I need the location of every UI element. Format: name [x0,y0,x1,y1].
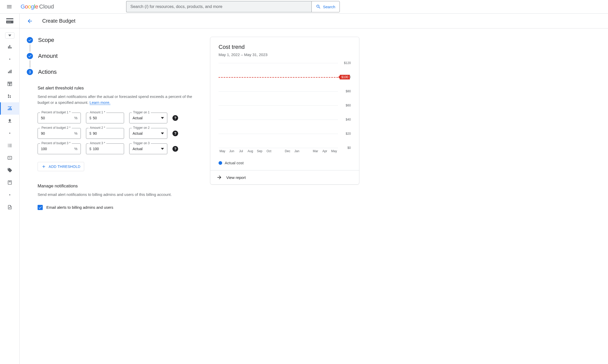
percent-input[interactable]: 90 % [38,128,81,139]
percent-value: 50 [41,116,45,120]
svg-rect-21 [9,144,12,144]
menu-button[interactable] [3,1,15,13]
trigger-value: Actual [133,147,143,151]
sidebar-item-3[interactable] [0,65,20,78]
sidebar-item-13[interactable] [0,189,20,201]
trigger-value: Actual [133,116,143,120]
svg-rect-13 [10,95,11,96]
percent-field: Percent of budget 2 * 90 % [38,128,81,139]
help-icon[interactable]: ? [172,115,178,121]
stacked-bar-icon [7,94,12,99]
chevron-down-icon [161,132,164,135]
sidebar-item-7[interactable] [0,115,20,127]
add-threshold-button[interactable]: ADD THRESHOLD [38,162,84,171]
back-button[interactable] [25,16,35,26]
sidebar-item-9[interactable] [0,139,20,152]
email-alerts-checkbox-row: Email alerts to billing admins and users [38,205,200,210]
sidebar-item-8[interactable] [0,127,20,139]
svg-rect-3 [8,22,9,22]
add-threshold-label: ADD THRESHOLD [49,165,80,169]
cost-trend-chart: $120$100$80$60$40$20$0 $100 MayJunJulAug… [219,63,351,156]
legend-label: Actual cost [225,161,244,165]
step-scope[interactable]: Scope [27,37,200,43]
sidebar-item-1[interactable] [0,41,20,53]
svg-rect-2 [7,22,8,22]
sidebar-item-4[interactable] [0,78,20,90]
percent-value: 90 [41,131,45,135]
learn-more-link[interactable]: Learn more. [90,100,110,105]
amount-field: Amount 3 * $ 100 [86,143,124,154]
dollar-prefix: $ [89,116,91,120]
sidebar: % [0,14,20,364]
billing-icon[interactable] [3,14,17,28]
step-label: Amount [38,53,58,59]
step-label: Actions [38,69,57,75]
section-desc: Send email alert notifications to billin… [38,192,200,198]
bar-chart-icon [7,44,12,49]
budget-icon [7,106,12,111]
check-icon [38,205,42,210]
field-label: Percent of budget 1 * [40,111,72,114]
trigger-select[interactable]: Actual [129,143,167,154]
grid-line [219,91,338,92]
x-tick-label: Jun [228,149,236,153]
email-alerts-checkbox[interactable] [38,205,43,210]
percent-input[interactable]: 50 % [38,113,81,123]
svg-rect-4 [10,22,11,22]
arrow-forward-icon [216,175,222,180]
dollar-prefix: $ [89,147,91,151]
x-axis: MayJunJulAugSepOctDecJanMarAprMay [219,149,338,153]
logo-cloud: Cloud [39,3,54,10]
list-icon [7,143,12,148]
percent-value: 100 [41,147,47,151]
help-icon[interactable]: ? [172,131,178,136]
amount-input[interactable]: $ 90 [86,128,124,139]
sidebar-item-12[interactable] [0,176,20,189]
amount-field: Amount 2 * $ 90 [86,128,124,139]
field-label: Trigger on 3 [132,141,151,145]
budget-line [219,77,338,78]
sidebar-item-11[interactable] [0,164,20,176]
chevron-down-icon [8,34,11,37]
search-container: Search (/) for resources, docs, products… [126,1,340,12]
trigger-field: Trigger on 1 Actual [129,113,167,123]
search-input[interactable]: Search (/) for resources, docs, products… [126,1,311,12]
sidebar-item-14[interactable] [0,201,20,213]
step-actions[interactable]: 3 Actions [27,69,200,75]
x-tick-label: Mar [312,149,319,153]
step-amount[interactable]: Amount [27,53,200,59]
trigger-select[interactable]: Actual [129,113,167,123]
view-report-button[interactable]: View report [210,170,359,184]
help-icon[interactable]: ? [172,146,178,152]
search-button[interactable]: Search [311,1,340,12]
logo[interactable]: Google Cloud [21,3,54,10]
svg-rect-22 [8,145,8,146]
sidebar-item-2[interactable] [0,53,20,65]
trigger-select[interactable]: Actual [129,128,167,139]
dollar-prefix: $ [89,131,91,135]
x-tick-label: Jul [237,149,245,153]
percent-field: Percent of budget 1 * 50 % [38,113,81,123]
svg-rect-15 [8,109,8,110]
tag-icon [7,168,12,173]
upload-icon [7,118,12,123]
amount-input[interactable]: $ 100 [86,143,124,154]
sidebar-item-5[interactable] [0,90,20,102]
threshold-row: Percent of budget 1 * 50 % Amount 1 * $ … [38,113,200,123]
svg-text:%: % [9,157,11,159]
sidebar-dropdown[interactable] [5,32,14,39]
field-label: Amount 2 * [89,126,106,130]
amount-input[interactable]: $ 50 [86,113,124,123]
svg-rect-1 [6,19,13,21]
section-title: Set alert threshold rules [38,86,200,91]
field-label: Percent of budget 3 * [40,141,72,145]
svg-rect-12 [8,97,9,98]
x-tick-label: Sep [256,149,264,153]
y-tick-label: $40 [346,118,351,121]
sidebar-item-10[interactable]: % [0,152,20,164]
sidebar-item-budgets[interactable] [0,102,20,115]
chevron-down-icon [161,116,164,120]
percent-input[interactable]: 100 % [38,143,81,154]
svg-rect-24 [8,147,8,147]
y-tick-label: $120 [344,61,351,65]
